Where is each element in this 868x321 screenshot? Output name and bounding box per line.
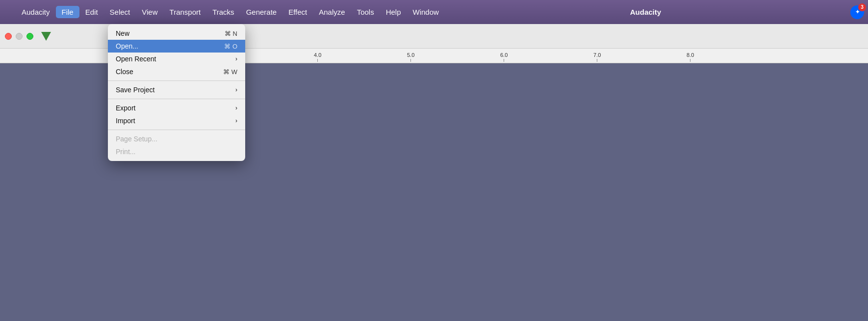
menu-item-view[interactable]: View <box>136 6 163 18</box>
menu-item-tools[interactable]: Tools <box>351 6 380 18</box>
menu-open-recent[interactable]: Open Recent › <box>108 53 245 65</box>
menu-item-audacity[interactable]: Audacity <box>16 6 56 18</box>
close-button[interactable] <box>5 33 12 40</box>
menu-item-generate[interactable]: Generate <box>240 6 283 18</box>
menu-item-edit[interactable]: Edit <box>79 6 104 18</box>
menu-new[interactable]: New ⌘ N <box>108 27 245 40</box>
separator-1 <box>108 80 245 81</box>
maximize-button[interactable] <box>26 33 33 40</box>
menu-print: Print... <box>108 145 245 158</box>
menu-page-setup: Page Setup... <box>108 133 245 145</box>
menu-import[interactable]: Import › <box>108 114 245 127</box>
separator-3 <box>108 130 245 130</box>
minimize-button[interactable] <box>16 33 23 40</box>
menu-item-transport[interactable]: Transport <box>164 6 207 18</box>
menu-item-analyze[interactable]: Analyze <box>313 6 351 18</box>
menu-item-file[interactable]: File <box>56 6 79 18</box>
menu-export[interactable]: Export › <box>108 102 245 114</box>
ruler-tick: 4.0 <box>314 52 321 62</box>
ruler-tick: 5.0 <box>407 52 414 62</box>
menu-close[interactable]: Close ⌘ W <box>108 65 245 78</box>
dropbox-badge: 3 <box>858 3 866 11</box>
menu-item-window[interactable]: Window <box>407 6 445 18</box>
separator-2 <box>108 99 245 99</box>
ruler-tick: 7.0 <box>593 52 601 62</box>
menu-item-select[interactable]: Select <box>104 6 136 18</box>
menu-item-effect[interactable]: Effect <box>282 6 313 18</box>
dropbox-icon: ✦ 3 <box>850 5 864 19</box>
file-menu-dropdown: New ⌘ N Open... ⌘ O Open Recent › Close … <box>108 24 245 161</box>
window-title: Audacity <box>445 8 846 16</box>
menu-bar: Audacity File Edit Select View Transport… <box>0 0 868 24</box>
menu-open[interactable]: Open... ⌘ O <box>108 40 245 53</box>
menu-item-tracks[interactable]: Tracks <box>206 6 240 18</box>
mute-icon[interactable] <box>38 28 54 44</box>
ruler-tick: 8.0 <box>687 52 694 62</box>
menu-item-help[interactable]: Help <box>380 6 407 18</box>
traffic-lights <box>5 33 33 40</box>
ruler-tick: 6.0 <box>500 52 508 62</box>
menu-save-project[interactable]: Save Project › <box>108 83 245 96</box>
